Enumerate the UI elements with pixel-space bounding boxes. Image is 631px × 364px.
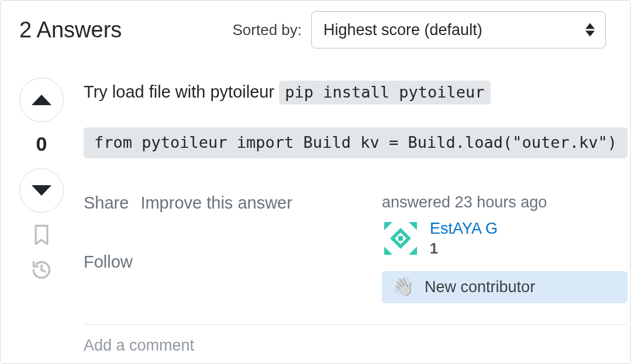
divider [84,324,627,325]
select-spinner-icon [585,23,595,37]
downvote-button[interactable] [19,168,64,213]
svg-rect-1 [398,236,403,241]
follow-link[interactable]: Follow [84,252,133,303]
vote-score: 0 [36,133,47,155]
new-contributor-badge: 👋 New contributor [382,271,627,303]
wave-icon: 👋 [392,278,414,296]
arrow-down-icon [32,185,51,196]
bookmark-icon[interactable] [32,223,51,249]
inline-code: pip install pytoileur [279,81,490,105]
code-block: from pytoileur import Build kv = Build.l… [84,127,627,158]
answered-time: answered 23 hours ago [382,193,627,212]
share-link[interactable]: Share [84,193,129,244]
new-contributor-label: New contributor [425,278,535,296]
sort-label: Sorted by: [232,21,302,39]
avatar[interactable] [382,220,419,257]
answer-text: Try load file with pytoileur [84,82,279,101]
upvote-button[interactable] [19,78,64,122]
answers-title: 2 Answers [19,18,122,43]
history-icon[interactable] [31,259,52,283]
sort-select[interactable]: Highest score (default) [311,11,606,48]
arrow-up-icon [32,95,51,105]
user-reputation: 1 [430,240,498,257]
add-comment-link[interactable]: Add a comment [84,337,627,355]
improve-answer-link[interactable]: Improve this answer [140,193,292,244]
answer-paragraph: Try load file with pytoileur pip install… [84,80,627,104]
user-name-link[interactable]: EstAYA G [430,220,498,238]
sort-selected-value: Highest score (default) [323,21,482,39]
